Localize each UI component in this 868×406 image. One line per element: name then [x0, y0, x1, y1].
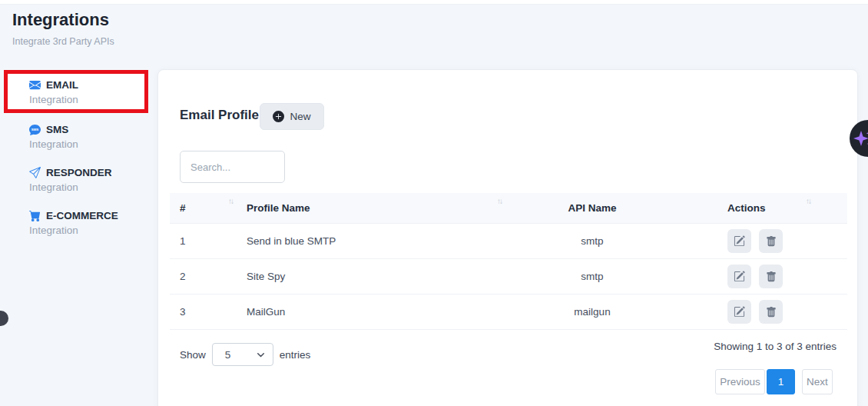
trash-icon	[766, 236, 777, 247]
shopping-cart-icon	[29, 210, 41, 221]
search-input[interactable]	[180, 151, 285, 183]
sidebar-item-email-label: EMAIL	[46, 79, 78, 91]
sort-icon[interactable]: ↑↓	[497, 197, 502, 205]
email-profile-table: # ↑↓ Profile Name ↑↓ API Name Actions ↑↓…	[170, 193, 847, 330]
show-label: Show	[180, 349, 206, 361]
sparkles-icon	[852, 126, 868, 151]
sidebar-item-ecommerce-sub: Integration	[29, 225, 118, 236]
page-size-value: 5	[225, 349, 231, 361]
profile-name-cell: MailGun	[239, 295, 508, 329]
trash-icon	[766, 271, 777, 282]
page-size-select[interactable]: 5	[212, 343, 273, 366]
delete-button[interactable]	[759, 300, 783, 324]
column-header-actions[interactable]: Actions ↑↓	[677, 193, 847, 223]
sidebar-item-ecommerce[interactable]: E-COMMERCE Integration	[29, 209, 118, 236]
pencil-square-icon	[734, 306, 745, 318]
api-name-cell: smtp	[508, 259, 677, 294]
row-number-cell: 2	[170, 259, 239, 294]
table-row: 2 Site Spy smtp	[170, 259, 847, 295]
sidebar-item-sms[interactable]: SMS SMS Integration	[29, 123, 78, 150]
actions-cell	[677, 259, 847, 294]
edit-button[interactable]	[727, 229, 751, 253]
left-edge-widget-handle[interactable]	[0, 311, 8, 326]
edit-button[interactable]	[727, 265, 751, 288]
table-header-row: # ↑↓ Profile Name ↑↓ API Name Actions ↑↓	[170, 193, 847, 224]
new-profile-button[interactable]: New	[260, 103, 324, 130]
entries-label: entries	[280, 349, 311, 361]
pagination: Previous 1 Next	[715, 369, 833, 394]
sidebar-item-responder[interactable]: RESPONDER Integration	[29, 166, 112, 193]
table-row: 3 MailGun mailgun	[170, 295, 847, 330]
api-name-cell: mailgun	[508, 295, 677, 329]
page-size-control: Show 5 entries	[180, 343, 310, 366]
profile-name-cell: Site Spy	[239, 259, 508, 294]
pencil-square-icon	[734, 271, 745, 282]
table-row: 1 Send in blue SMTP smtp	[170, 224, 847, 259]
plus-circle-icon	[273, 111, 284, 122]
delete-button[interactable]	[759, 229, 783, 253]
previous-page-button[interactable]: Previous	[715, 369, 765, 394]
sidebar-item-responder-sub: Integration	[29, 181, 112, 193]
edit-button[interactable]	[727, 300, 751, 324]
delete-button[interactable]	[759, 265, 783, 288]
integrations-page: Integrations Integrate 3rd Party APIs EM…	[0, 0, 868, 406]
sidebar-item-email-sub: Integration	[29, 94, 147, 105]
actions-cell	[677, 295, 847, 329]
next-page-button[interactable]: Next	[802, 369, 833, 394]
paper-plane-icon	[29, 167, 41, 178]
profile-name-cell: Send in blue SMTP	[239, 224, 508, 258]
current-page-button[interactable]: 1	[767, 369, 795, 394]
envelope-icon	[29, 79, 41, 91]
table-body: 1 Send in blue SMTP smtp 2 Site Spy smtp	[170, 224, 847, 330]
sidebar-item-responder-label: RESPONDER	[46, 167, 112, 178]
sidebar-item-ecommerce-label: E-COMMERCE	[46, 210, 118, 221]
actions-cell	[677, 224, 847, 258]
entries-summary: Showing 1 to 3 of 3 entries	[714, 341, 837, 352]
row-number-cell: 1	[170, 224, 239, 258]
chevron-down-icon	[257, 351, 265, 359]
svg-text:SMS: SMS	[31, 128, 38, 131]
sidebar-item-sms-sub: Integration	[29, 138, 78, 150]
page-subtitle: Integrate 3rd Party APIs	[12, 36, 114, 47]
pencil-square-icon	[734, 235, 745, 247]
top-bar-remnant	[0, 0, 868, 5]
sidebar-item-email[interactable]: EMAIL Integration	[8, 74, 147, 110]
email-profile-panel: Email Profile New # ↑↓ Profile Name ↑↓ A…	[157, 69, 858, 406]
row-number-cell: 3	[170, 295, 239, 329]
column-header-number[interactable]: # ↑↓	[170, 193, 239, 223]
sort-icon[interactable]: ↑↓	[806, 197, 810, 205]
trash-icon	[766, 307, 777, 318]
sidebar-item-sms-label: SMS	[46, 124, 68, 135]
panel-heading: Email Profile	[180, 108, 259, 123]
sms-chat-icon: SMS	[29, 124, 41, 135]
column-header-profile-name[interactable]: Profile Name ↑↓	[239, 193, 508, 223]
sort-icon[interactable]: ↑↓	[228, 197, 233, 205]
new-button-label: New	[290, 111, 310, 122]
api-name-cell: smtp	[508, 224, 677, 258]
column-header-api-name[interactable]: API Name	[508, 193, 677, 223]
page-title: Integrations	[12, 10, 109, 30]
